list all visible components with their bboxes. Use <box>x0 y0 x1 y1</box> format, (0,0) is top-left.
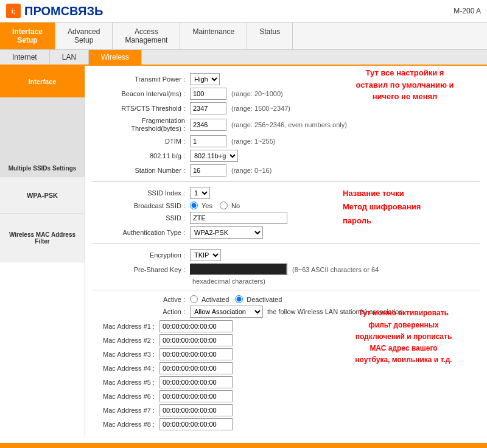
annot2-line3: пароль <box>343 214 477 228</box>
annotation-2: Название точки Метод шифрования пароль <box>343 187 477 227</box>
rts-label: RTS/CTS Threshold : <box>93 105 190 112</box>
broadcast-no-label: No <box>231 202 240 209</box>
beacon-range: (range: 20~1000) <box>231 90 283 97</box>
psk-input[interactable] <box>190 264 287 275</box>
annotation-3: Тут можно активировать фильт доверенных … <box>331 307 477 366</box>
encryption-label: Encryption : <box>93 251 190 259</box>
annotation-1: Тут все настройки я оставил по умолчанию… <box>326 67 484 103</box>
annot2-line1: Название точки <box>343 187 477 200</box>
broadcast-value: Yes No <box>190 201 240 209</box>
encryption-select[interactable]: TKIP <box>190 249 221 261</box>
mac-addr-5-input[interactable] <box>159 376 233 388</box>
sidebar-mac-filter: Wireless MAC Address Filter <box>0 214 85 262</box>
mac-addr-7-row: Mac Address #7 : <box>93 404 480 416</box>
mode-label: 802.11 b/g : <box>93 152 190 159</box>
rts-row: RTS/CTS Threshold : (range: 1500~2347) <box>93 102 480 114</box>
mac-active-label: Active : <box>93 296 190 303</box>
ssid-index-select[interactable]: 1 <box>190 187 210 199</box>
logo-text: ПРОМСВЯЗЬ <box>24 4 103 18</box>
frag-label: FragmentationThreshold(bytes) : <box>93 117 190 133</box>
transmit-power-value: High <box>190 73 220 85</box>
transmit-power-select[interactable]: High <box>190 73 220 85</box>
mode-row: 802.11 b/g : 802.11b+g <box>93 150 480 162</box>
top-nav: InterfaceSetup AdvancedSetup AccessManag… <box>0 23 487 50</box>
beacon-label: Beacon Interval(ms) : <box>93 90 190 97</box>
mac-addr-6-input[interactable] <box>159 390 233 402</box>
mac-addr-5-label: Mac Address #5 : <box>93 379 159 386</box>
subnav-wireless[interactable]: Wireless <box>89 50 142 65</box>
mac-addr-3-input[interactable] <box>159 348 233 360</box>
mac-filter-section: Тут можно активировать фильт доверенных … <box>93 295 480 430</box>
mac-addr-8-row: Mac Address #8 : <box>93 418 480 430</box>
encryption-value: TKIP <box>190 249 221 261</box>
station-row: Station Number : (range: 0~16) <box>93 164 480 177</box>
mac-addr-8-label: Mac Address #8 : <box>93 421 159 428</box>
mac-addr-2-input[interactable] <box>159 334 233 346</box>
logo-icon: i; <box>6 4 21 18</box>
sub-nav: Internet LAN Wireless <box>0 50 487 66</box>
divider-2 <box>93 243 480 244</box>
subnav-lan[interactable]: LAN <box>50 50 89 65</box>
footer-buttons: SAVE CANCEL <box>0 443 487 448</box>
frag-value: (range: 256~2346, even numbers only) <box>190 119 347 131</box>
frag-input[interactable] <box>190 119 226 131</box>
mode-select[interactable]: 802.11b+g <box>190 150 238 162</box>
ssid-name-input[interactable] <box>190 212 287 224</box>
dtim-label: DTIM : <box>93 138 190 145</box>
wpa-form: Encryption : TKIP Pre-Shared Key : (8~63… <box>93 249 480 285</box>
transmit-power-label: Transmit Power : <box>93 75 190 83</box>
ssid-section-wrapper: Название точки Метод шифрования пароль S… <box>93 187 480 239</box>
station-range: (range: 0~16) <box>231 167 272 174</box>
dtim-input[interactable] <box>190 135 226 147</box>
mac-addr-8-input[interactable] <box>159 418 233 430</box>
sidebar-multiple-ssids: Multiple SSIDs Settings <box>0 98 85 177</box>
mac-action-label: Action : <box>93 308 190 315</box>
mac-addr-7-label: Mac Address #7 : <box>93 407 159 414</box>
mac-addr-1-label: Mac Address #1 : <box>93 323 159 330</box>
mac-action-select[interactable]: Allow Association <box>190 306 263 318</box>
broadcast-no-radio[interactable] <box>220 201 228 209</box>
nav-access-management[interactable]: AccessManagement <box>113 23 180 49</box>
annot2-line2: Метод шифрования <box>343 200 477 214</box>
dtim-value: (range: 1~255) <box>190 135 275 147</box>
mac-addr-4-input[interactable] <box>159 362 233 374</box>
frag-row: FragmentationThreshold(bytes) : (range: … <box>93 117 480 133</box>
subnav-internet[interactable]: Internet <box>0 50 50 65</box>
nav-advanced-setup[interactable]: AdvancedSetup <box>55 23 113 49</box>
mac-activated-label: Activated <box>201 296 229 303</box>
auth-type-value: WPA2-PSK <box>190 226 263 239</box>
mac-active-value: Activated Deactivated <box>190 295 282 303</box>
auth-type-select[interactable]: WPA2-PSK <box>190 226 263 239</box>
mac-addr-7-input[interactable] <box>159 404 233 416</box>
logo: i; ПРОМСВЯЗЬ <box>6 4 103 18</box>
mac-addr-4-label: Mac Address #4 : <box>93 365 159 372</box>
mac-activated-radio[interactable] <box>190 295 198 303</box>
main-layout: Interface Multiple SSIDs Settings WPA-PS… <box>0 66 487 437</box>
ssid-index-value: 1 <box>190 187 210 199</box>
nav-status[interactable]: Status <box>247 23 293 49</box>
mac-deactivated-radio[interactable] <box>235 295 243 303</box>
nav-interface-setup[interactable]: InterfaceSetup <box>0 23 55 49</box>
ssid-name-value <box>190 212 287 224</box>
broadcast-yes-radio[interactable] <box>190 201 198 209</box>
rts-input[interactable] <box>190 102 226 114</box>
mode-value: 802.11b+g <box>190 150 238 162</box>
broadcast-yes-label: Yes <box>201 202 212 209</box>
nav-maintenance[interactable]: Maintenance <box>180 23 247 49</box>
mac-addr-2-label: Mac Address #2 : <box>93 337 159 344</box>
content-area: Тут все настройки я оставил по умолчанию… <box>85 66 487 437</box>
beacon-input[interactable] <box>190 88 226 100</box>
station-value: (range: 0~16) <box>190 164 272 177</box>
auth-type-row: Authentication Type : WPA2-PSK <box>93 226 480 239</box>
sidebar-wpa-psk: WPA-PSK <box>0 177 85 214</box>
mac-deactivated-label: Deactivated <box>247 296 282 303</box>
psk-row: Pre-Shared Key : (8~63 ASCII characters … <box>93 264 480 275</box>
sidebar: Interface Multiple SSIDs Settings WPA-PS… <box>0 66 85 437</box>
station-input[interactable] <box>190 164 226 177</box>
mac-addr-1-input[interactable] <box>159 320 233 332</box>
mac-addr-6-row: Mac Address #6 : <box>93 390 480 402</box>
station-label: Station Number : <box>93 167 190 174</box>
divider-3 <box>93 290 480 290</box>
sidebar-interface: Interface <box>0 66 85 98</box>
ssid-name-label: SSID : <box>93 214 190 222</box>
